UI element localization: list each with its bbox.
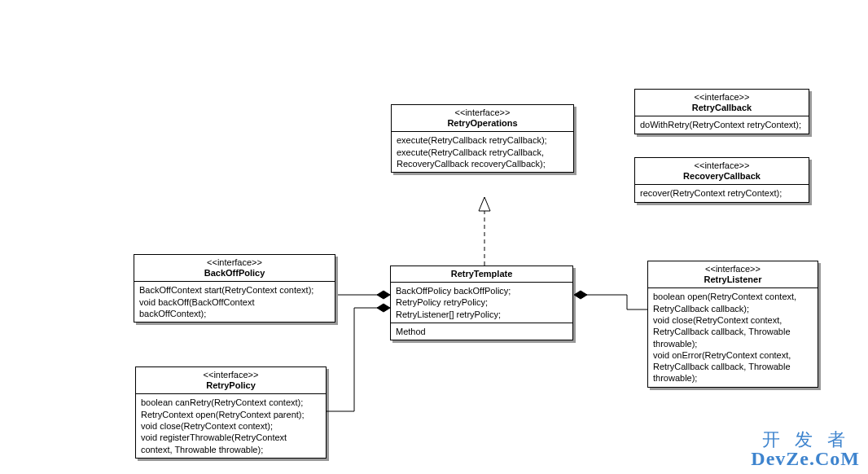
class-title: <<interface>> RetryOperations bbox=[392, 105, 573, 132]
methods-section: BackOffContext start(RetryContext contex… bbox=[134, 282, 335, 322]
class-name: RecoveryCallback bbox=[640, 171, 804, 182]
class-name: RetryTemplate bbox=[396, 269, 568, 279]
class-title: <<interface>> RetryPolicy bbox=[136, 367, 326, 394]
watermark-en: DevZe.CoM bbox=[751, 449, 860, 469]
class-name: RetryCallback bbox=[640, 103, 804, 113]
class-retry-policy: <<interface>> RetryPolicy boolean canRet… bbox=[135, 366, 327, 459]
methods-section: boolean canRetry(RetryContext context); … bbox=[136, 394, 326, 457]
class-name: RetryOperations bbox=[397, 118, 568, 129]
class-name: RetryListener bbox=[653, 274, 813, 285]
class-title: <<interface>> RecoveryCallback bbox=[635, 158, 809, 185]
watermark: 开发者 DevZe.CoM bbox=[751, 430, 860, 469]
class-name: RetryPolicy bbox=[141, 380, 321, 391]
class-title: RetryTemplate bbox=[391, 266, 572, 283]
class-retry-operations: <<interface>> RetryOperations execute(Re… bbox=[391, 104, 574, 173]
methods-section: doWithRetry(RetryContext retryContext); bbox=[635, 116, 809, 133]
class-name: BackOffPolicy bbox=[139, 268, 330, 279]
class-back-off-policy: <<interface>> BackOffPolicy BackOffConte… bbox=[134, 254, 335, 323]
stereotype-label: <<interface>> bbox=[141, 370, 321, 380]
methods-section: recover(RetryContext retryContext); bbox=[635, 185, 809, 201]
methods-section: boolean open(RetryContext context, Retry… bbox=[648, 288, 818, 386]
composition-diamond-icon bbox=[574, 291, 587, 299]
composition-line-retrypolicy bbox=[327, 308, 380, 411]
stereotype-label: <<interface>> bbox=[640, 92, 804, 103]
methods-section: Method bbox=[391, 323, 572, 340]
class-retry-listener: <<interface>> RetryListener boolean open… bbox=[647, 261, 818, 388]
watermark-cn: 开发者 bbox=[751, 430, 860, 449]
class-title: <<interface>> RetryListener bbox=[648, 261, 818, 288]
composition-diamond-icon bbox=[377, 304, 390, 312]
stereotype-label: <<interface>> bbox=[397, 108, 568, 118]
stereotype-label: <<interface>> bbox=[653, 264, 813, 274]
class-title: <<interface>> RetryCallback bbox=[635, 90, 809, 116]
class-title: <<interface>> BackOffPolicy bbox=[134, 255, 335, 282]
fields-section: BackOffPolicy backOffPolicy; RetryPolicy… bbox=[391, 283, 572, 323]
class-recovery-callback: <<interface>> RecoveryCallback recover(R… bbox=[634, 157, 809, 203]
composition-diamond-icon bbox=[377, 291, 390, 299]
class-retry-callback: <<interface>> RetryCallback doWithRetry(… bbox=[634, 89, 809, 134]
class-retry-template: RetryTemplate BackOffPolicy backOffPolic… bbox=[390, 266, 573, 340]
composition-line-listener bbox=[585, 295, 647, 309]
stereotype-label: <<interface>> bbox=[139, 257, 330, 268]
uml-connectors bbox=[0, 0, 868, 474]
stereotype-label: <<interface>> bbox=[640, 160, 804, 171]
realization-arrow-icon bbox=[479, 197, 490, 211]
methods-section: execute(RetryCallback retryCallback); ex… bbox=[392, 132, 573, 172]
